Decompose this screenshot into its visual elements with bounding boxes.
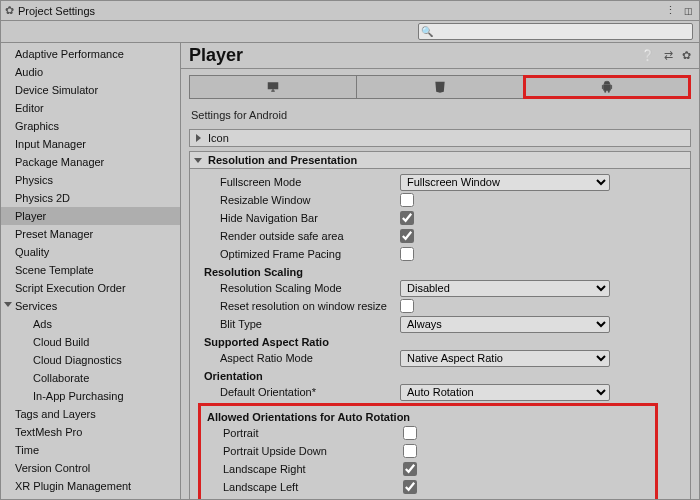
label: Blit Type — [220, 318, 400, 330]
sidebar-item[interactable]: Cloud Diagnostics — [1, 351, 180, 369]
sidebar-item[interactable]: Editor — [1, 99, 180, 117]
row-fullscreen-mode: Fullscreen Mode Fullscreen Window — [192, 173, 688, 191]
sidebar-item[interactable]: Collaborate — [1, 369, 180, 387]
help-icon[interactable]: ❔ — [641, 49, 655, 61]
label: Resizable Window — [220, 194, 400, 206]
settings-gear-icon[interactable]: ✿ — [682, 49, 691, 61]
main-panel: Player ❔ ⇄ ✿ Setting — [181, 43, 699, 499]
blit-type-select[interactable]: Always — [400, 316, 610, 333]
portrait-ud-checkbox[interactable] — [403, 444, 417, 458]
row-resizable-window: Resizable Window — [192, 191, 688, 209]
row-default-orientation: Default Orientation* Auto Rotation — [192, 383, 688, 401]
sidebar-item[interactable]: Package Manager — [1, 153, 180, 171]
row-reset-on-resize: Reset resolution on window resize — [192, 297, 688, 315]
aspect-mode-select[interactable]: Native Aspect Ratio — [400, 350, 610, 367]
sidebar-item[interactable]: Adaptive Performance — [1, 45, 180, 63]
row-opt-frame-pacing: Optimized Frame Pacing — [192, 245, 688, 263]
portrait-checkbox[interactable] — [403, 426, 417, 440]
row-render-outside: Render outside safe area — [192, 227, 688, 245]
main-heading-row: Player ❔ ⇄ ✿ — [181, 43, 699, 69]
row-hide-navbar: Hide Navigation Bar — [192, 209, 688, 227]
label: Portrait Upside Down — [223, 445, 403, 457]
label: Aspect Ratio Mode — [220, 352, 400, 364]
sidebar-item[interactable]: Version Control — [1, 459, 180, 477]
sidebar-item-services[interactable]: Services — [1, 297, 180, 315]
sidebar-item[interactable]: Audio — [1, 63, 180, 81]
search-input[interactable] — [435, 24, 692, 39]
tab-standalone[interactable] — [190, 76, 357, 98]
android-icon — [600, 80, 614, 94]
sidebar-item[interactable]: Preset Manager — [1, 225, 180, 243]
fold-icon[interactable]: Icon — [189, 129, 691, 147]
sidebar-item[interactable]: Quality — [1, 243, 180, 261]
sidebar-item[interactable]: Device Simulator — [1, 81, 180, 99]
titlebar: ✿ Project Settings ⋮ ◫ — [1, 1, 699, 21]
label: Render outside safe area — [220, 230, 400, 242]
allowed-orientations-box: Allowed Orientations for Auto Rotation P… — [198, 403, 658, 499]
settings-sidebar[interactable]: Adaptive Performance Audio Device Simula… — [1, 43, 181, 499]
label: Optimized Frame Pacing — [220, 248, 400, 260]
default-orientation-select[interactable]: Auto Rotation — [400, 384, 610, 401]
tab-android[interactable] — [524, 76, 690, 98]
label: Fullscreen Mode — [220, 176, 400, 188]
sidebar-item[interactable]: Input Manager — [1, 135, 180, 153]
content-scroll[interactable]: Settings for Android Icon Resolution and… — [181, 101, 699, 499]
landscape-right-checkbox[interactable] — [403, 462, 417, 476]
row-res-scaling-mode: Resolution Scaling Mode Disabled — [192, 279, 688, 297]
section-resolution-scaling: Resolution Scaling — [192, 263, 688, 279]
label: Reset resolution on window resize — [220, 300, 400, 312]
fold-resolution-body: Fullscreen Mode Fullscreen Window Resiza… — [189, 169, 691, 499]
sidebar-item-player[interactable]: Player — [1, 207, 180, 225]
page-title: Player — [189, 45, 635, 66]
sidebar-item[interactable]: Time — [1, 441, 180, 459]
project-settings-window: ✿ Project Settings ⋮ ◫ 🔍 Adaptive Perfor… — [0, 0, 700, 500]
section-orientation: Orientation — [192, 367, 688, 383]
fullscreen-mode-select[interactable]: Fullscreen Window — [400, 174, 610, 191]
kebab-icon[interactable]: ⋮ — [663, 4, 677, 17]
sidebar-item[interactable]: Scene Template — [1, 261, 180, 279]
row-blit-type: Blit Type Always — [192, 315, 688, 333]
sidebar-item[interactable]: Tags and Layers — [1, 405, 180, 423]
label: Landscape Left — [223, 481, 403, 493]
window-title: Project Settings — [18, 5, 95, 17]
row-landscape-right: Landscape Right — [201, 460, 655, 478]
row-landscape-left: Landscape Left — [201, 478, 655, 496]
row-portrait: Portrait — [201, 424, 655, 442]
label: Portrait — [223, 427, 403, 439]
row-aspect-mode: Aspect Ratio Mode Native Aspect Ratio — [192, 349, 688, 367]
sidebar-item[interactable]: In-App Purchasing — [1, 387, 180, 405]
html5-icon — [433, 80, 447, 94]
label: Hide Navigation Bar — [220, 212, 400, 224]
search-row: 🔍 — [1, 21, 699, 43]
row-portrait-ud: Portrait Upside Down — [201, 442, 655, 460]
popout-icon[interactable]: ◫ — [681, 6, 695, 16]
sidebar-item[interactable]: XR Plugin Management — [1, 477, 180, 495]
landscape-left-checkbox[interactable] — [403, 480, 417, 494]
section-allowed-orient: Allowed Orientations for Auto Rotation — [201, 408, 655, 424]
platform-tabs — [189, 75, 691, 99]
sidebar-item[interactable]: TextMesh Pro — [1, 423, 180, 441]
label: Landscape Right — [223, 463, 403, 475]
fold-resolution[interactable]: Resolution and Presentation — [189, 151, 691, 169]
search-icon: 🔍 — [419, 26, 435, 37]
sidebar-item[interactable]: Ads — [1, 315, 180, 333]
label: Default Orientation* — [220, 386, 400, 398]
search-box[interactable]: 🔍 — [418, 23, 693, 40]
sidebar-item[interactable]: Graphics — [1, 117, 180, 135]
sidebar-item[interactable]: Physics — [1, 171, 180, 189]
res-scaling-mode-select[interactable]: Disabled — [400, 280, 610, 297]
sidebar-item[interactable]: Cloud Build — [1, 333, 180, 351]
opt-frame-pacing-checkbox[interactable] — [400, 247, 414, 261]
hide-navbar-checkbox[interactable] — [400, 211, 414, 225]
section-aspect: Supported Aspect Ratio — [192, 333, 688, 349]
sidebar-item[interactable]: Script Execution Order — [1, 279, 180, 297]
render-outside-checkbox[interactable] — [400, 229, 414, 243]
gear-icon: ✿ — [5, 4, 14, 17]
tab-webgl[interactable] — [357, 76, 524, 98]
label: Resolution Scaling Mode — [220, 282, 400, 294]
resizable-window-checkbox[interactable] — [400, 193, 414, 207]
reset-on-resize-checkbox[interactable] — [400, 299, 414, 313]
presets-icon[interactable]: ⇄ — [664, 49, 673, 61]
platform-subtitle: Settings for Android — [189, 103, 691, 125]
sidebar-item[interactable]: Physics 2D — [1, 189, 180, 207]
